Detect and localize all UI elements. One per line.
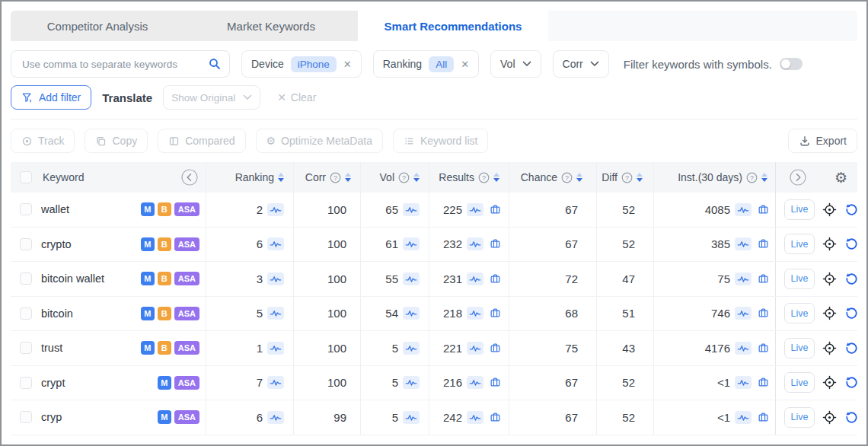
row-checkbox[interactable] xyxy=(20,411,32,423)
help-icon[interactable]: ? xyxy=(478,172,490,183)
store-icon[interactable] xyxy=(758,238,769,250)
header-ranking[interactable]: Ranking xyxy=(206,162,293,193)
keyword-label[interactable]: trust xyxy=(41,342,62,354)
translate-select[interactable]: Show Original xyxy=(163,85,260,110)
search-icon[interactable] xyxy=(208,57,222,71)
settings-gear-icon[interactable]: ⚙ xyxy=(834,170,847,185)
target-icon[interactable] xyxy=(822,272,837,286)
trend-sparkline-icon[interactable] xyxy=(403,237,420,250)
expand-column-icon[interactable] xyxy=(790,169,806,186)
row-checkbox[interactable] xyxy=(20,307,32,320)
sort-icon[interactable] xyxy=(345,173,351,182)
sort-icon[interactable] xyxy=(413,173,420,182)
help-icon[interactable]: ? xyxy=(621,172,633,183)
store-icon[interactable] xyxy=(758,412,769,423)
close-icon[interactable]: ✕ xyxy=(461,59,469,69)
store-icon[interactable] xyxy=(490,204,501,215)
history-icon[interactable] xyxy=(844,202,859,217)
trend-sparkline-icon[interactable] xyxy=(735,272,752,285)
trend-sparkline-icon[interactable] xyxy=(403,411,420,424)
store-icon[interactable] xyxy=(490,307,501,319)
store-icon[interactable] xyxy=(758,307,769,319)
sort-icon[interactable] xyxy=(761,173,767,182)
history-icon[interactable] xyxy=(844,306,859,320)
close-icon[interactable]: ✕ xyxy=(343,59,352,69)
keyword-label[interactable]: crypto xyxy=(41,238,72,250)
trend-sparkline-icon[interactable] xyxy=(467,203,483,216)
store-icon[interactable] xyxy=(490,238,501,250)
history-icon[interactable] xyxy=(844,272,859,286)
row-checkbox[interactable] xyxy=(20,377,32,389)
trend-sparkline-icon[interactable] xyxy=(467,411,483,424)
history-icon[interactable] xyxy=(844,341,859,355)
trend-sparkline-icon[interactable] xyxy=(735,342,752,355)
trend-sparkline-icon[interactable] xyxy=(467,342,483,355)
trend-sparkline-icon[interactable] xyxy=(403,272,420,285)
live-button[interactable]: Live xyxy=(784,338,815,358)
store-icon[interactable] xyxy=(758,204,769,215)
trend-sparkline-icon[interactable] xyxy=(467,307,483,320)
collapse-column-icon[interactable] xyxy=(181,169,198,186)
row-checkbox[interactable] xyxy=(20,342,32,354)
live-button[interactable]: Live xyxy=(784,407,815,428)
export-button[interactable]: Export xyxy=(788,129,857,153)
help-icon[interactable]: ? xyxy=(746,172,758,183)
trend-sparkline-icon[interactable] xyxy=(267,307,284,320)
trend-sparkline-icon[interactable] xyxy=(267,237,284,250)
search-input[interactable] xyxy=(21,58,208,71)
trend-sparkline-icon[interactable] xyxy=(735,376,752,389)
trend-sparkline-icon[interactable] xyxy=(735,203,752,216)
trend-sparkline-icon[interactable] xyxy=(267,342,284,355)
tab-market-keywords[interactable]: Market Keywords xyxy=(184,11,358,41)
trend-sparkline-icon[interactable] xyxy=(403,376,420,389)
row-checkbox[interactable] xyxy=(20,272,32,285)
store-icon[interactable] xyxy=(758,377,769,388)
history-icon[interactable] xyxy=(844,237,859,251)
help-icon[interactable]: ? xyxy=(398,172,410,183)
header-chance[interactable]: Chance ? xyxy=(509,162,596,193)
keyword-search-box[interactable] xyxy=(11,50,230,78)
trend-sparkline-icon[interactable] xyxy=(467,376,483,389)
header-vol[interactable]: Vol ? xyxy=(360,162,429,193)
trend-sparkline-icon[interactable] xyxy=(735,237,752,250)
store-icon[interactable] xyxy=(490,273,501,285)
live-button[interactable]: Live xyxy=(784,199,815,220)
tab-competitor-analysis[interactable]: Competitor Analysis xyxy=(11,11,184,41)
sort-icon[interactable] xyxy=(637,173,643,182)
trend-sparkline-icon[interactable] xyxy=(735,411,752,424)
vol-filter-dropdown[interactable]: Vol xyxy=(490,50,541,78)
keyword-label[interactable]: crypt xyxy=(41,377,65,389)
device-filter-chip[interactable]: Device iPhone ✕ xyxy=(241,50,362,78)
row-checkbox[interactable] xyxy=(20,203,32,215)
copy-button[interactable]: Copy xyxy=(85,129,148,153)
trend-sparkline-icon[interactable] xyxy=(267,272,284,285)
target-icon[interactable] xyxy=(822,202,837,217)
trend-sparkline-icon[interactable] xyxy=(267,376,284,389)
tab-smart-recommendations[interactable]: Smart Recommendations xyxy=(358,11,548,41)
track-button[interactable]: Track xyxy=(11,129,75,153)
trend-sparkline-icon[interactable] xyxy=(267,203,284,216)
keyword-label[interactable]: wallet xyxy=(41,203,69,215)
header-results[interactable]: Results ? xyxy=(429,162,509,193)
target-icon[interactable] xyxy=(822,237,837,251)
trend-sparkline-icon[interactable] xyxy=(735,307,752,320)
corr-filter-dropdown[interactable]: Corr xyxy=(553,50,609,78)
trend-sparkline-icon[interactable] xyxy=(467,237,483,250)
store-icon[interactable] xyxy=(490,342,501,354)
target-icon[interactable] xyxy=(822,375,837,390)
sort-icon[interactable] xyxy=(493,173,499,182)
keyword-label[interactable]: bitcoin wallet xyxy=(41,272,104,285)
header-diff[interactable]: Diff ? xyxy=(596,162,653,193)
trend-sparkline-icon[interactable] xyxy=(267,411,284,424)
sort-icon[interactable] xyxy=(576,173,582,182)
ranking-filter-chip[interactable]: Ranking All ✕ xyxy=(373,50,479,78)
store-icon[interactable] xyxy=(490,412,501,423)
store-icon[interactable] xyxy=(758,342,769,354)
keyword-label[interactable]: bitcoin xyxy=(41,307,73,320)
row-checkbox[interactable] xyxy=(20,238,32,250)
trend-sparkline-icon[interactable] xyxy=(403,307,420,320)
live-button[interactable]: Live xyxy=(784,303,815,323)
keyword-list-button[interactable]: Keyword list xyxy=(393,129,488,153)
target-icon[interactable] xyxy=(822,341,837,355)
history-icon[interactable] xyxy=(844,410,859,425)
